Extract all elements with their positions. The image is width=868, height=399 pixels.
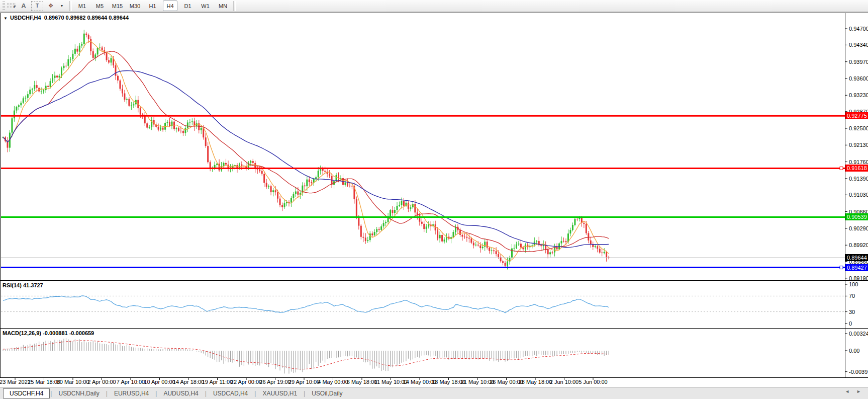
candle-body xyxy=(549,252,551,254)
fibonacci-icon[interactable]: F xyxy=(7,3,16,9)
candle-body xyxy=(146,123,148,127)
rsi-scale-label: 70 xyxy=(849,293,855,299)
date-tick-label: 25 Mar 18:00 xyxy=(28,379,60,385)
candle-body xyxy=(599,249,601,253)
macd-scale-label: -0.003976 xyxy=(849,369,868,375)
candle-body xyxy=(536,241,537,242)
candle-body xyxy=(175,128,177,129)
timeframe-button-m5[interactable]: M5 xyxy=(92,1,107,11)
candle-body xyxy=(380,226,382,230)
candle-body xyxy=(158,127,159,130)
candle-body xyxy=(540,245,542,246)
candle-body xyxy=(390,210,391,216)
price-tick-label: 0.93600 xyxy=(849,75,868,82)
candle-body xyxy=(493,251,495,252)
candle-body xyxy=(531,245,533,246)
price-tick-label: 0.92130 xyxy=(849,142,868,148)
candle-body xyxy=(403,201,405,206)
candle-body xyxy=(304,186,306,187)
line-endpoint-marker[interactable] xyxy=(840,167,843,170)
candle-body xyxy=(83,34,85,44)
chart-tab-xauusd-h1[interactable]: XAUUSD,H1 xyxy=(256,388,303,398)
chart-tab-usdchf-h4[interactable]: USDCHF,H4 xyxy=(3,388,50,398)
text-icon[interactable]: A xyxy=(19,2,28,11)
candle-body xyxy=(563,241,564,242)
chart-canvas[interactable] xyxy=(0,12,868,387)
chart-tab-audusd-h4[interactable]: AUDUSD,H4 xyxy=(157,388,204,398)
candle-body xyxy=(487,242,488,248)
chart-region[interactable]: ▼USDCHF,H4 0.89670 0.89682 0.89644 0.896… xyxy=(0,12,868,387)
chart-tab-eurusd-h4[interactable]: EURUSD,H4 xyxy=(108,388,155,398)
date-tick-label: 2 Jun 10:00 xyxy=(550,379,579,385)
candle-body xyxy=(50,81,51,87)
rsi-line xyxy=(3,296,609,313)
candle-body xyxy=(27,94,29,98)
candle-body xyxy=(588,233,589,240)
timeframe-button-h1[interactable]: H1 xyxy=(145,1,160,11)
timeframe-button-m1[interactable]: M1 xyxy=(75,1,89,11)
candle-body xyxy=(32,89,33,90)
chart-tab-usdcnh-daily[interactable]: USDCNH,Daily xyxy=(52,388,105,398)
candle-body xyxy=(439,235,441,238)
timeframe-button-mn[interactable]: MN xyxy=(216,1,230,11)
candle-body xyxy=(178,128,179,131)
candle-body xyxy=(167,122,168,123)
price-tick-label: 0.91030 xyxy=(849,192,868,198)
timeframe-button-h4[interactable]: H4 xyxy=(163,1,177,11)
macd-indicator-values: -0.000881 -0.000659 xyxy=(43,330,94,336)
candle-body xyxy=(401,201,402,205)
candle-body xyxy=(583,223,585,224)
candle-body xyxy=(279,199,281,205)
tab-scroll-left-icon[interactable]: ◄ xyxy=(845,389,849,394)
candle-body xyxy=(99,47,101,48)
candle-body xyxy=(309,180,310,182)
candle-body xyxy=(169,122,170,126)
candle-body xyxy=(23,98,24,103)
arrows-icon[interactable]: ✥ xyxy=(46,2,55,11)
chart-tab-usdcad-h4[interactable]: USDCAD,H4 xyxy=(207,388,254,398)
toolbar-drag-handle[interactable] xyxy=(3,2,5,11)
candle-body xyxy=(295,191,297,194)
date-tick-label: 2 Apr 00:00 xyxy=(87,379,116,385)
date-tick-label: 10 Apr 00:00 xyxy=(144,379,175,385)
chart-dropdown-icon[interactable]: ▼ xyxy=(4,16,8,21)
candle-body xyxy=(92,51,94,58)
date-tick-label: 26 Apr 19:00 xyxy=(259,379,291,385)
candle-body xyxy=(604,252,605,253)
candle-body xyxy=(522,248,524,250)
date-tick-label: 11 May 10:00 xyxy=(374,379,408,385)
candle-body xyxy=(572,225,573,230)
mt4-window: FAT✥▾ M1M5M15M30H1H4D1W1MN ▼USDCHF,H4 0.… xyxy=(0,0,868,399)
candle-body xyxy=(466,237,467,238)
ma-fast-line xyxy=(3,41,609,261)
candle-body xyxy=(595,246,596,247)
candle-body xyxy=(507,262,508,266)
candle-body xyxy=(356,199,357,217)
candle-body xyxy=(392,210,394,213)
candle-body xyxy=(590,241,592,245)
candle-body xyxy=(423,224,425,229)
text-label-icon[interactable]: T xyxy=(31,1,43,11)
candle-body xyxy=(70,59,71,59)
candle-body xyxy=(72,54,73,59)
timeframe-button-m15[interactable]: M15 xyxy=(110,1,125,11)
timeframe-button-d1[interactable]: D1 xyxy=(180,1,195,11)
chart-tab-usoil-daily[interactable]: USOil,Daily xyxy=(306,388,348,398)
candle-body xyxy=(367,240,368,241)
candle-body xyxy=(56,75,58,77)
dropdown-caret-icon[interactable]: ▾ xyxy=(57,2,66,11)
line-endpoint-marker[interactable] xyxy=(840,266,843,269)
candle-body xyxy=(606,252,607,258)
candle-body xyxy=(468,237,470,238)
candle-body xyxy=(484,242,486,247)
rsi-label: RSI(14) 41.3727 xyxy=(3,282,43,288)
rsi-indicator-value: 41.3727 xyxy=(23,282,43,288)
timeframe-button-m30[interactable]: M30 xyxy=(128,1,142,11)
macd-scale-label: 0.003241 xyxy=(849,331,868,337)
timeframe-button-w1[interactable]: W1 xyxy=(198,1,213,11)
tab-scroll-right-icon[interactable]: ► xyxy=(856,389,861,394)
date-tick-label: 30 Mar 10:00 xyxy=(57,379,89,385)
candle-body xyxy=(124,93,125,100)
rsi-scale-label: 0 xyxy=(849,321,852,327)
candle-body xyxy=(586,224,587,233)
